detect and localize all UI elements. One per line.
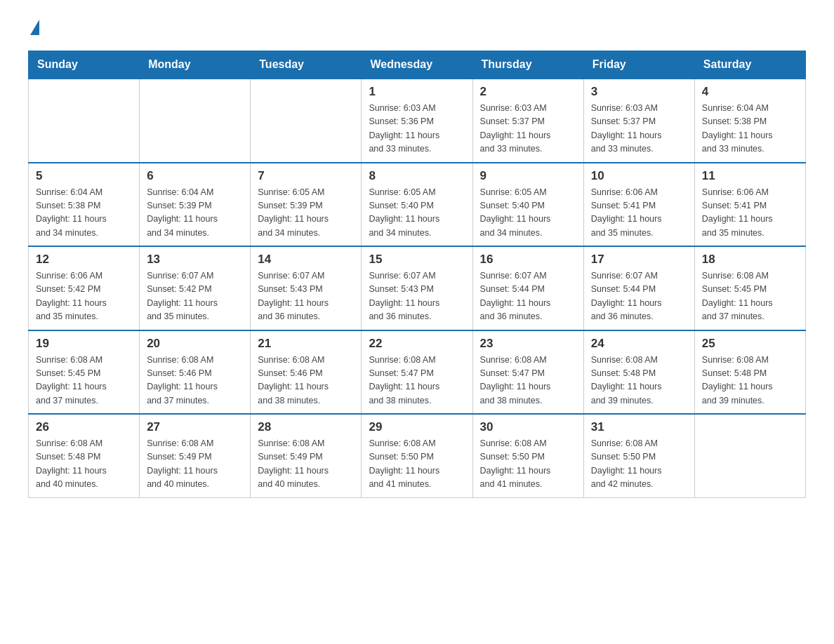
calendar-cell: 21Sunrise: 6:08 AMSunset: 5:46 PMDayligh… — [251, 330, 362, 415]
day-number: 8 — [369, 169, 465, 183]
day-number: 16 — [480, 253, 576, 267]
calendar-cell: 1Sunrise: 6:03 AMSunset: 5:36 PMDaylight… — [362, 79, 472, 163]
day-number: 12 — [36, 253, 132, 267]
day-number: 22 — [369, 337, 465, 351]
day-info: Sunrise: 6:04 AMSunset: 5:38 PMDaylight:… — [702, 102, 798, 156]
calendar-cell: 9Sunrise: 6:05 AMSunset: 5:40 PMDaylight… — [472, 163, 583, 247]
day-number: 29 — [369, 420, 465, 434]
day-number: 1 — [369, 85, 465, 99]
day-number: 28 — [258, 420, 354, 434]
day-number: 3 — [591, 85, 687, 99]
calendar-cell: 8Sunrise: 6:05 AMSunset: 5:40 PMDaylight… — [362, 163, 472, 247]
day-number: 19 — [36, 337, 132, 351]
day-number: 5 — [36, 169, 132, 183]
calendar-cell — [694, 414, 805, 497]
calendar-cell — [251, 79, 362, 163]
day-number: 24 — [591, 337, 687, 351]
calendar-cell: 29Sunrise: 6:08 AMSunset: 5:50 PMDayligh… — [362, 414, 472, 497]
week-row: 26Sunrise: 6:08 AMSunset: 5:48 PMDayligh… — [29, 414, 806, 497]
calendar-header-row: SundayMondayTuesdayWednesdayThursdayFrid… — [29, 51, 806, 79]
day-number: 15 — [369, 253, 465, 267]
calendar-day-header: Wednesday — [362, 51, 472, 79]
day-info: Sunrise: 6:07 AMSunset: 5:42 PMDaylight:… — [147, 269, 243, 324]
day-info: Sunrise: 6:06 AMSunset: 5:41 PMDaylight:… — [591, 186, 687, 241]
day-number: 26 — [36, 420, 132, 434]
day-info: Sunrise: 6:08 AMSunset: 5:50 PMDaylight:… — [591, 437, 687, 492]
week-row: 19Sunrise: 6:08 AMSunset: 5:45 PMDayligh… — [29, 330, 806, 415]
day-info: Sunrise: 6:08 AMSunset: 5:49 PMDaylight:… — [258, 437, 354, 492]
week-row: 12Sunrise: 6:06 AMSunset: 5:42 PMDayligh… — [29, 246, 806, 330]
day-info: Sunrise: 6:08 AMSunset: 5:50 PMDaylight:… — [369, 437, 465, 492]
calendar-cell: 13Sunrise: 6:07 AMSunset: 5:42 PMDayligh… — [140, 246, 251, 330]
calendar-cell: 22Sunrise: 6:08 AMSunset: 5:47 PMDayligh… — [362, 330, 472, 415]
day-info: Sunrise: 6:08 AMSunset: 5:49 PMDaylight:… — [147, 437, 243, 492]
day-number: 31 — [591, 420, 687, 434]
calendar-cell: 27Sunrise: 6:08 AMSunset: 5:49 PMDayligh… — [140, 414, 251, 497]
calendar-cell: 20Sunrise: 6:08 AMSunset: 5:46 PMDayligh… — [140, 330, 251, 415]
day-number: 18 — [702, 253, 798, 267]
logo-triangle-icon — [30, 20, 39, 35]
calendar-cell: 10Sunrise: 6:06 AMSunset: 5:41 PMDayligh… — [583, 163, 694, 247]
day-info: Sunrise: 6:07 AMSunset: 5:43 PMDaylight:… — [369, 269, 465, 324]
day-number: 21 — [258, 337, 354, 351]
day-number: 4 — [702, 85, 798, 99]
day-info: Sunrise: 6:03 AMSunset: 5:37 PMDaylight:… — [591, 102, 687, 156]
calendar-day-header: Monday — [140, 51, 251, 79]
day-number: 30 — [480, 420, 576, 434]
logo — [28, 21, 39, 36]
day-info: Sunrise: 6:03 AMSunset: 5:37 PMDaylight:… — [480, 102, 576, 156]
day-info: Sunrise: 6:05 AMSunset: 5:40 PMDaylight:… — [480, 186, 576, 241]
calendar-table: SundayMondayTuesdayWednesdayThursdayFrid… — [28, 51, 806, 498]
day-info: Sunrise: 6:08 AMSunset: 5:50 PMDaylight:… — [480, 437, 576, 492]
day-info: Sunrise: 6:07 AMSunset: 5:43 PMDaylight:… — [258, 269, 354, 324]
day-info: Sunrise: 6:08 AMSunset: 5:48 PMDaylight:… — [702, 354, 798, 408]
day-number: 6 — [147, 169, 243, 183]
calendar-cell: 16Sunrise: 6:07 AMSunset: 5:44 PMDayligh… — [472, 246, 583, 330]
day-info: Sunrise: 6:04 AMSunset: 5:38 PMDaylight:… — [36, 186, 132, 241]
day-info: Sunrise: 6:07 AMSunset: 5:44 PMDaylight:… — [480, 269, 576, 324]
calendar-cell: 26Sunrise: 6:08 AMSunset: 5:48 PMDayligh… — [29, 414, 140, 497]
calendar-cell — [29, 79, 140, 163]
calendar-cell: 23Sunrise: 6:08 AMSunset: 5:47 PMDayligh… — [472, 330, 583, 415]
calendar-cell: 4Sunrise: 6:04 AMSunset: 5:38 PMDaylight… — [694, 79, 805, 163]
calendar-cell: 3Sunrise: 6:03 AMSunset: 5:37 PMDaylight… — [583, 79, 694, 163]
calendar-day-header: Thursday — [472, 51, 583, 79]
day-number: 13 — [147, 253, 243, 267]
day-number: 23 — [480, 337, 576, 351]
day-info: Sunrise: 6:06 AMSunset: 5:42 PMDaylight:… — [36, 269, 132, 324]
day-info: Sunrise: 6:08 AMSunset: 5:48 PMDaylight:… — [36, 437, 132, 492]
day-number: 17 — [591, 253, 687, 267]
calendar-cell: 7Sunrise: 6:05 AMSunset: 5:39 PMDaylight… — [251, 163, 362, 247]
day-info: Sunrise: 6:08 AMSunset: 5:47 PMDaylight:… — [480, 354, 576, 408]
day-info: Sunrise: 6:06 AMSunset: 5:41 PMDaylight:… — [702, 186, 798, 241]
day-number: 25 — [702, 337, 798, 351]
day-info: Sunrise: 6:08 AMSunset: 5:45 PMDaylight:… — [702, 269, 798, 324]
calendar-cell: 31Sunrise: 6:08 AMSunset: 5:50 PMDayligh… — [583, 414, 694, 497]
calendar-cell: 30Sunrise: 6:08 AMSunset: 5:50 PMDayligh… — [472, 414, 583, 497]
day-info: Sunrise: 6:08 AMSunset: 5:46 PMDaylight:… — [258, 354, 354, 408]
day-number: 9 — [480, 169, 576, 183]
calendar-cell: 14Sunrise: 6:07 AMSunset: 5:43 PMDayligh… — [251, 246, 362, 330]
day-number: 11 — [702, 169, 798, 183]
calendar-cell — [140, 79, 251, 163]
day-number: 20 — [147, 337, 243, 351]
day-number: 27 — [147, 420, 243, 434]
day-info: Sunrise: 6:05 AMSunset: 5:40 PMDaylight:… — [369, 186, 465, 241]
calendar-day-header: Sunday — [29, 51, 140, 79]
day-info: Sunrise: 6:03 AMSunset: 5:36 PMDaylight:… — [369, 102, 465, 156]
day-info: Sunrise: 6:07 AMSunset: 5:44 PMDaylight:… — [591, 269, 687, 324]
calendar-cell: 6Sunrise: 6:04 AMSunset: 5:39 PMDaylight… — [140, 163, 251, 247]
day-info: Sunrise: 6:08 AMSunset: 5:47 PMDaylight:… — [369, 354, 465, 408]
calendar-day-header: Saturday — [694, 51, 805, 79]
page-header — [28, 21, 806, 36]
week-row: 1Sunrise: 6:03 AMSunset: 5:36 PMDaylight… — [29, 79, 806, 163]
calendar-cell: 18Sunrise: 6:08 AMSunset: 5:45 PMDayligh… — [694, 246, 805, 330]
day-info: Sunrise: 6:04 AMSunset: 5:39 PMDaylight:… — [147, 186, 243, 241]
day-number: 7 — [258, 169, 354, 183]
calendar-cell: 12Sunrise: 6:06 AMSunset: 5:42 PMDayligh… — [29, 246, 140, 330]
day-number: 2 — [480, 85, 576, 99]
calendar-cell: 17Sunrise: 6:07 AMSunset: 5:44 PMDayligh… — [583, 246, 694, 330]
day-info: Sunrise: 6:08 AMSunset: 5:45 PMDaylight:… — [36, 354, 132, 408]
calendar-cell: 5Sunrise: 6:04 AMSunset: 5:38 PMDaylight… — [29, 163, 140, 247]
calendar-cell: 15Sunrise: 6:07 AMSunset: 5:43 PMDayligh… — [362, 246, 472, 330]
